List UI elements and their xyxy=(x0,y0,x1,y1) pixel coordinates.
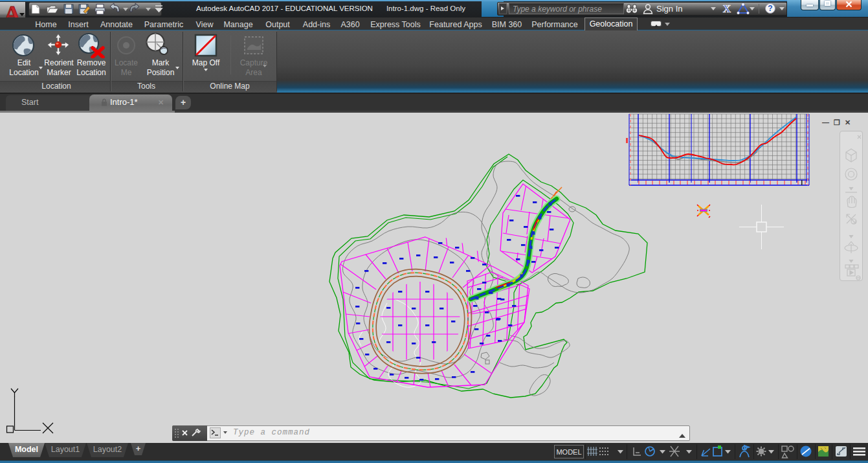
svg-text:X: X xyxy=(723,3,731,15)
